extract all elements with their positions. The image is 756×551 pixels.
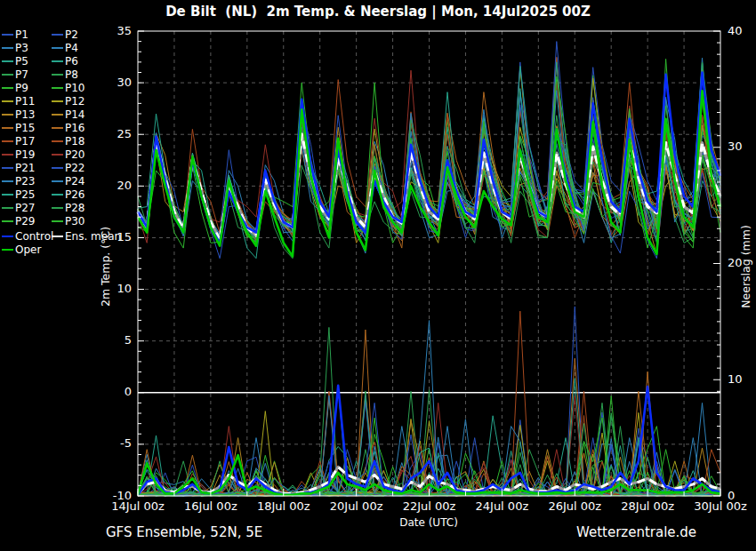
tick-label: 30 xyxy=(728,140,743,153)
legend-item-p4: P4 xyxy=(52,42,78,54)
legend-swatch xyxy=(52,47,63,49)
legend-item-p14: P14 xyxy=(52,108,85,121)
legend-label: Ens. mean xyxy=(65,230,121,243)
legend-label: P19 xyxy=(15,148,36,161)
legend-item-p16: P16 xyxy=(52,122,85,134)
legend-row: P19P20 xyxy=(2,148,153,161)
tick-label: 20Jul 00z xyxy=(330,499,383,513)
legend-swatch xyxy=(2,60,13,62)
legend-row: P23P24 xyxy=(2,174,153,188)
legend-row: P17P18 xyxy=(2,134,153,148)
x-axis-title: Date (UTC) xyxy=(399,516,458,529)
legend-swatch xyxy=(52,100,63,102)
legend-swatch xyxy=(2,154,13,156)
legend-swatch xyxy=(52,236,63,237)
legend-row: Oper xyxy=(2,243,153,256)
legend-swatch xyxy=(52,194,63,196)
tick-label: 40 xyxy=(728,24,743,37)
legend-row: P15P16 xyxy=(2,121,153,134)
legend-swatch xyxy=(2,47,13,49)
footer-model-label: GFS Ensemble, 52N, 5E xyxy=(106,524,262,540)
legend-label: P5 xyxy=(15,55,28,68)
legend-label: P23 xyxy=(15,175,36,188)
legend-swatch xyxy=(52,140,63,142)
tick-label: 10 xyxy=(728,372,743,386)
legend-item-p27: P27 xyxy=(2,202,52,214)
legend: P1P2P3P4P5P6P7P8P9P10P11P12P13P14P15P16P… xyxy=(2,28,153,256)
ensemble-chart: 35302520151050-5-1040302010014Jul 00z16J… xyxy=(0,0,756,551)
axis-ticks xyxy=(138,31,720,496)
legend-label: P21 xyxy=(15,162,36,174)
legend-label: P20 xyxy=(65,148,85,161)
legend-row: P5P6 xyxy=(2,54,153,68)
tick-label: 26Jul 00z xyxy=(548,499,601,513)
legend-row: P11P12 xyxy=(2,94,153,108)
legend-item-p1: P1 xyxy=(2,28,52,41)
legend-row: P7P8 xyxy=(2,68,153,81)
legend-item-p11: P11 xyxy=(2,95,52,108)
legend-label: P27 xyxy=(15,202,36,214)
tick-label: 18Jul 00z xyxy=(257,499,310,513)
legend-label: P1 xyxy=(15,28,28,41)
legend-row: P9P10 xyxy=(2,81,153,94)
footer-brand-label: Wetterzentrale.de xyxy=(576,524,696,540)
legend-label: P25 xyxy=(15,188,36,201)
legend-row: P21P22 xyxy=(2,161,153,174)
legend-swatch xyxy=(52,207,63,209)
legend-swatch xyxy=(52,34,63,36)
legend-label: P12 xyxy=(65,95,85,108)
legend-label: P15 xyxy=(15,122,36,134)
legend-item-p25: P25 xyxy=(2,188,52,201)
legend-label: P8 xyxy=(65,68,78,81)
legend-item-p21: P21 xyxy=(2,162,52,174)
legend-label: P24 xyxy=(65,175,85,188)
tick-label: -5 xyxy=(120,436,132,450)
legend-item-p10: P10 xyxy=(52,82,85,94)
legend-label: Oper xyxy=(15,244,41,256)
legend-label: P13 xyxy=(15,108,36,121)
chart-title: De Bilt (NL) 2m Temp. & Neerslag | Mon, … xyxy=(0,4,756,20)
legend-swatch xyxy=(2,249,13,251)
legend-item-p6: P6 xyxy=(52,55,78,68)
legend-label: P18 xyxy=(65,135,85,148)
legend-item-control: Control xyxy=(2,230,52,243)
legend-row: P29P30 xyxy=(2,214,153,228)
tick-label: 0 xyxy=(125,385,132,398)
legend-swatch xyxy=(52,127,63,129)
legend-label: P2 xyxy=(65,28,78,41)
legend-item-p26: P26 xyxy=(52,188,85,201)
legend-label: P28 xyxy=(65,202,85,214)
legend-item-p30: P30 xyxy=(52,215,85,228)
tick-label: 30Jul 00z xyxy=(694,499,747,513)
legend-swatch xyxy=(2,140,13,142)
legend-item-p29: P29 xyxy=(2,215,52,228)
right-axis-title: Neerslag (mm) xyxy=(739,225,752,308)
legend-label: P6 xyxy=(65,55,78,68)
legend-row: P25P26 xyxy=(2,188,153,201)
legend-swatch xyxy=(2,114,13,116)
legend-swatch xyxy=(2,180,13,182)
legend-row: P3P4 xyxy=(2,41,153,54)
legend-label: P17 xyxy=(15,135,36,148)
legend-swatch xyxy=(2,167,13,169)
plot-frame xyxy=(138,31,720,496)
tick-label: 22Jul 00z xyxy=(403,499,456,513)
legend-item-p9: P9 xyxy=(2,82,52,94)
legend-swatch xyxy=(52,220,63,222)
legend-swatch xyxy=(52,154,63,156)
legend-swatch xyxy=(2,236,13,237)
legend-label: P10 xyxy=(65,82,85,94)
legend-label: Control xyxy=(15,230,53,243)
legend-swatch xyxy=(52,114,63,116)
legend-label: P30 xyxy=(65,215,85,228)
tick-label: 5 xyxy=(125,333,132,347)
legend-swatch xyxy=(2,194,13,196)
legend-item-p5: P5 xyxy=(2,55,52,68)
legend-item-p24: P24 xyxy=(52,175,85,188)
tick-label: 28Jul 00z xyxy=(621,499,674,513)
legend-row: P13P14 xyxy=(2,108,153,121)
legend-swatch xyxy=(52,180,63,182)
legend-swatch xyxy=(52,167,63,169)
legend-item-p22: P22 xyxy=(52,162,85,174)
legend-label: P9 xyxy=(15,82,28,94)
